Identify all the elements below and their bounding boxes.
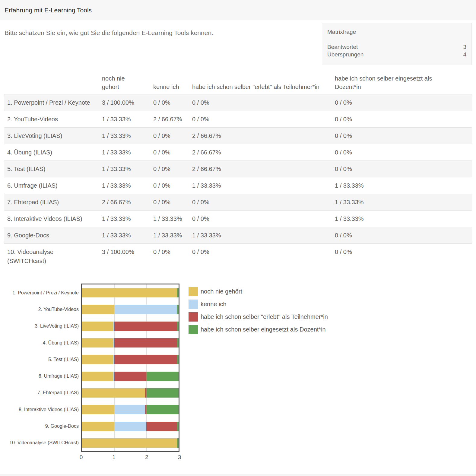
row-value: 0 / 0% — [153, 181, 192, 190]
stacked-bar — [82, 405, 179, 414]
table-row: 7. Ehterpad (ILIAS)2 / 66.67%0 / 0%0 / 0… — [4, 194, 472, 210]
row-value: 3 / 100.00% — [102, 98, 153, 107]
stacked-bar — [82, 355, 179, 364]
row-value: 1 / 33.33% — [102, 231, 153, 240]
chart-bars — [82, 284, 179, 451]
chart-category-label: 10. Videoanalyse (SWITCHcast) — [0, 435, 79, 451]
row-label: 7. Ehterpad (ILIAS) — [4, 198, 102, 207]
legend-label: habe ich schon selber "erlebt" als Teiln… — [201, 313, 328, 320]
bar-segment — [177, 305, 179, 314]
legend-color-swatch — [189, 325, 198, 334]
x-axis-tick-label: 3 — [178, 454, 181, 461]
chart-bar-row — [82, 301, 179, 318]
chart-category-label: 9. Google-Docs — [0, 418, 79, 434]
question-type-label: Matrixfrage — [327, 29, 466, 35]
row-value: 0 / 0% — [335, 131, 472, 140]
chart-category-label: 8. Interaktive Videos (ILIAS) — [0, 401, 79, 418]
skipped-value: 4 — [463, 51, 466, 58]
legend-item: kenne ich — [189, 300, 328, 309]
chart-bar-row — [82, 284, 179, 301]
stacked-bar — [82, 388, 179, 398]
row-value: 0 / 0% — [153, 98, 192, 107]
chart-bar-row — [82, 401, 179, 418]
row-value: 2 / 66.67% — [192, 131, 335, 140]
row-value: 0 / 0% — [335, 98, 472, 107]
table-row: 10. Videoanalyse (SWITCHcast)3 / 100.00%… — [4, 243, 472, 269]
legend-item: noch nie gehört — [189, 287, 328, 296]
column-header-never-heard: noch nie gehört — [102, 74, 153, 91]
table-row: 3. LiveVoting (ILIAS)1 / 33.33%0 / 0%2 /… — [4, 127, 472, 144]
stacked-bar — [82, 422, 179, 431]
legend-color-swatch — [189, 312, 198, 322]
table-row: 5. Test (ILIAS)1 / 33.33%0 / 0%2 / 66.67… — [4, 160, 472, 177]
row-value: 0 / 0% — [192, 247, 335, 265]
bar-segment — [82, 355, 114, 364]
bar-segment — [146, 422, 179, 431]
row-value: 0 / 0% — [192, 115, 335, 124]
row-label: 8. Interaktive Videos (ILIAS) — [4, 214, 102, 223]
row-value: 1 / 33.33% — [102, 148, 153, 157]
stacked-bar — [82, 372, 179, 381]
row-label: 2. YouTube-Videos — [4, 115, 102, 124]
table-body: 1. Powerpoint / Prezi / Keynote3 / 100.0… — [4, 94, 472, 269]
answered-value: 3 — [463, 43, 466, 51]
bar-segment — [82, 388, 146, 398]
next-section-edge — [0, 474, 476, 476]
bar-segment — [114, 338, 179, 347]
table-row: 8. Interaktive Videos (ILIAS)1 / 33.33%1… — [4, 210, 472, 227]
row-value: 0 / 0% — [192, 214, 335, 223]
section-title-bar: Erfahrung mit E-Learning Tools — [0, 0, 476, 20]
column-header-know-it: kenne ich — [153, 83, 192, 91]
chart-plot-column: 0123 — [81, 284, 179, 464]
chart-category-label: 3. LiveVoting (ILIAS) — [0, 318, 79, 335]
row-value: 1 / 33.33% — [102, 164, 153, 173]
row-value: 1 / 33.33% — [335, 181, 472, 190]
row-value: 1 / 33.33% — [335, 198, 472, 207]
row-value: 1 / 33.33% — [102, 214, 153, 223]
bar-segment — [82, 322, 114, 331]
row-value: 0 / 0% — [335, 247, 472, 265]
row-value: 0 / 0% — [335, 115, 472, 124]
skipped-stat: Übersprungen 4 — [327, 51, 466, 58]
row-label: 4. Übung (ILIAS) — [4, 148, 102, 157]
bar-segment — [146, 388, 179, 398]
legend-label: kenne ich — [201, 301, 227, 308]
row-value: 3 / 100.00% — [102, 247, 153, 265]
column-header-used-as-lecturer: habe ich schon selber eingesetzt als Doz… — [335, 74, 472, 91]
bar-segment — [82, 288, 179, 297]
chart-category-label: 7. Ehterpad (ILIAS) — [0, 385, 79, 401]
bar-segment — [114, 355, 179, 364]
page-title: Erfahrung mit E-Learning Tools — [5, 7, 92, 14]
chart-category-label: 6. Umfrage (ILIAS) — [0, 368, 79, 384]
chart-legend: noch nie gehörtkenne ichhabe ich schon s… — [189, 287, 328, 338]
bar-segment — [146, 405, 179, 414]
row-label: 3. LiveVoting (ILIAS) — [4, 131, 102, 140]
legend-item: habe ich schon selber eingesetzt als Doz… — [189, 325, 328, 334]
row-value: 0 / 0% — [335, 148, 472, 157]
row-value: 2 / 66.67% — [102, 198, 153, 207]
row-value: 0 / 0% — [153, 148, 192, 157]
row-label: 6. Umfrage (ILIAS) — [4, 181, 102, 190]
bar-segment — [177, 338, 179, 347]
bar-segment — [114, 422, 147, 431]
x-axis-tick-label: 0 — [80, 454, 83, 461]
question-text: Bitte schätzen Sie ein, wie gut Sie die … — [5, 28, 316, 37]
row-label: 1. Powerpoint / Prezi / Keynote — [4, 98, 102, 107]
table-row: 9. Google-Docs1 / 33.33%1 / 33.33%1 / 33… — [4, 227, 472, 243]
bar-segment — [146, 372, 179, 381]
row-value: 2 / 66.67% — [192, 164, 335, 173]
row-value: 0 / 0% — [192, 198, 335, 207]
row-value: 1 / 33.33% — [192, 231, 335, 240]
table-header-row: noch nie gehört kenne ich habe ich schon… — [4, 64, 472, 94]
table-row: 1. Powerpoint / Prezi / Keynote3 / 100.0… — [4, 94, 472, 111]
row-value: 0 / 0% — [153, 164, 192, 173]
chart-category-label: 2. YouTube-Videos — [0, 301, 79, 318]
chart-category-label: 5. Test (ILIAS) — [0, 351, 79, 368]
stacked-bar — [82, 288, 179, 297]
bar-segment — [82, 338, 114, 347]
skipped-label: Übersprungen — [327, 51, 363, 58]
row-label: 9. Google-Docs — [4, 231, 102, 240]
chart-category-label: 1. Powerpoint / Prezi / Keynote — [0, 284, 79, 301]
row-label: 5. Test (ILIAS) — [4, 164, 102, 173]
stacked-bar — [82, 322, 179, 331]
